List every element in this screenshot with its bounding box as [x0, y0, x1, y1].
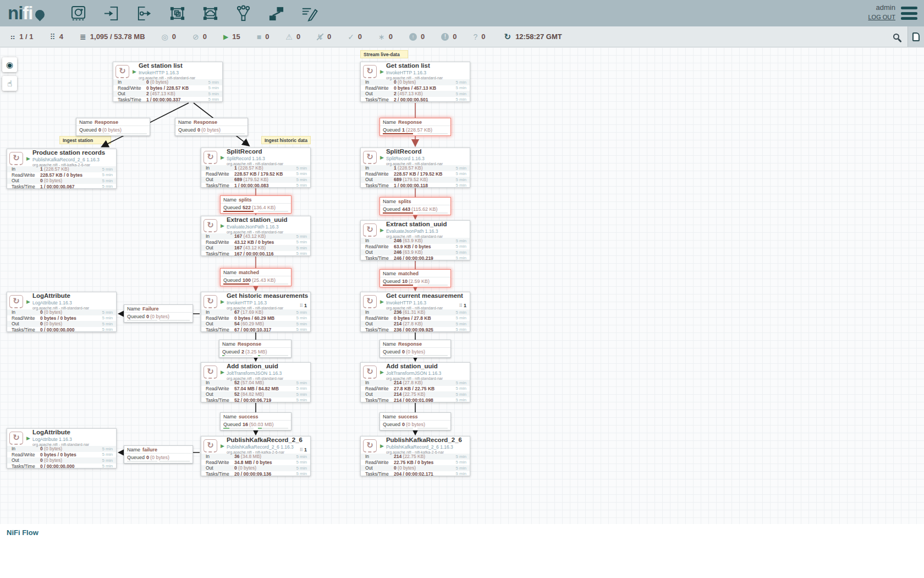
stat-value: 1 / 00:00:00.067	[40, 184, 100, 189]
hand-tool-button[interactable]: ☝	[2, 76, 17, 91]
funnel-icon[interactable]	[234, 3, 254, 23]
processor-node[interactable]: ↻▶Add station_uuidJoltTransformJSON 1.16…	[201, 362, 311, 402]
processor-titles: LogAttributeLogAttribute 1.16.3org.apach…	[32, 429, 89, 446]
stat-time-window: 5 min	[208, 80, 219, 85]
connection-label[interactable]: NameResponseQueued0(0 bytes)	[175, 118, 248, 136]
stat-label: Read/Write	[206, 460, 234, 465]
processor-titles: Extract station_uuidEvaluateJsonPath 1.1…	[227, 217, 288, 234]
processor-titles: Get station listInvokeHTTP 1.16.3org.apa…	[139, 63, 195, 80]
flow-label[interactable]: Stream live-data	[360, 50, 408, 58]
birdseye-button[interactable]: ◉	[2, 57, 17, 72]
flow-label[interactable]: Ingest station records	[59, 136, 111, 144]
flow-label[interactable]: Ingest historic data	[261, 136, 311, 144]
connection-label[interactable]: NamematchedQueued100(25.43 KB)	[220, 268, 292, 286]
backpressure-bar	[383, 285, 413, 286]
backpressure-bar	[417, 355, 448, 356]
running-status-icon: ▶	[380, 227, 384, 233]
stat-time-window: 5 min	[455, 238, 466, 243]
processor-titles: Extract station_uuidEvaluateJsonPath 1.1…	[386, 221, 447, 238]
connection-label[interactable]: NamesplitsQueued522(136.4 KB)	[220, 195, 292, 214]
processor-type: InvokeHTTP 1.16.3	[227, 301, 308, 306]
output-port-icon[interactable]	[135, 3, 155, 23]
new-template-button[interactable]	[908, 26, 924, 47]
processor-type-icon: ↻	[363, 366, 377, 379]
nifi-droplet-icon	[33, 8, 46, 21]
processor-header: ↻▶Get current measurementInvokeHTTP 1.16…	[361, 292, 470, 309]
name-label: Name	[383, 119, 396, 125]
running-status-icon: ▶	[380, 155, 384, 160]
flow-canvas[interactable]: ◉ ☝ Ingest station recordsIngest histori…	[0, 47, 924, 524]
label-icon[interactable]	[300, 3, 320, 23]
processor-icon[interactable]	[69, 3, 89, 23]
name-label: Name	[223, 414, 237, 419]
connection-name-row: NameResponse	[380, 340, 450, 348]
processor-node[interactable]: ↻▶SplitRecordSplitRecord 1.16.3org.apach…	[201, 148, 311, 188]
processor-node[interactable]: ↻▶PublishKafkaRecord_2_6PublishKafkaReco…	[360, 436, 470, 476]
stat-time-window: 5 min	[208, 97, 219, 102]
refresh-icon[interactable]: ↻	[504, 32, 512, 42]
processor-node[interactable]: ↻▶Get station listInvokeHTTP 1.16.3org.a…	[360, 62, 470, 102]
processor-node[interactable]: ↻▶Produce station recordsPublishKafkaRec…	[7, 149, 117, 189]
stat-row: Out214 (22.75 KB)5 min	[361, 391, 470, 397]
process-group-icon[interactable]	[168, 3, 188, 23]
document-icon	[912, 32, 920, 41]
connection-label[interactable]: NameResponseQueued2(3.25 MB)	[219, 340, 292, 358]
stat-row: In214 (27.8 KB)5 min	[361, 380, 470, 386]
processor-node[interactable]: ↻▶LogAttributeLogAttribute 1.16.3org.apa…	[7, 428, 117, 468]
connection-label[interactable]: NameResponseQueued0(0 bytes)	[380, 340, 451, 358]
search-button[interactable]	[884, 26, 908, 47]
queued-count: 100	[243, 277, 251, 283]
connection-label[interactable]: NamefailureQueued0(0 bytes)	[124, 445, 193, 464]
processor-node[interactable]: ↻▶LogAttributeLogAttribute 1.16.3org.apa…	[7, 292, 117, 332]
last-refresh-time: 12:58:27 GMT	[515, 32, 562, 41]
global-menu-icon[interactable]	[901, 7, 917, 20]
processor-bundle: org.apache.nifi - nifi-kafka-2-6-nar	[32, 163, 105, 167]
processor-titles: Get current measurementInvokeHTTP 1.16.3…	[386, 293, 463, 310]
connection-label[interactable]: NameResponseQueued1(228.57 KB)	[380, 118, 451, 136]
processor-node[interactable]: ↻▶Add station_uuidJoltTransformJSON 1.16…	[360, 362, 470, 402]
processor-stats: In214 (22.75 KB)5 minRead/Write22.75 KB …	[361, 454, 470, 477]
processor-node[interactable]: ↻▶Extract station_uuidEvaluateJsonPath 1…	[360, 220, 470, 260]
backpressure-fill	[222, 355, 224, 356]
stat-label: In	[206, 165, 234, 171]
processor-node[interactable]: ↻▶PublishKafkaRecord_2_6PublishKafkaReco…	[201, 436, 311, 476]
connection-label[interactable]: NamesplitsQueued443(115.62 KB)	[380, 197, 451, 215]
birdseye-icon: ◉	[6, 60, 13, 70]
stat-value: 246 (63.9 KB)	[394, 249, 453, 255]
breadcrumb[interactable]: NiFi Flow	[0, 524, 38, 537]
processor-name: Extract station_uuid	[386, 221, 447, 228]
connection-label[interactable]: NamematchedQueued10(2.59 KB)	[380, 269, 451, 287]
stat-value: 236 / 00:00:09.925	[394, 327, 453, 332]
processor-name: Extract station_uuid	[227, 217, 288, 223]
connection-label[interactable]: NameResponseQueued0(0 bytes)	[76, 118, 150, 136]
remote-process-group-icon[interactable]	[201, 3, 221, 23]
stat-label: Out	[206, 177, 234, 182]
processor-node[interactable]: ↻▶Get historic measurementsInvokeHTTP 1.…	[201, 292, 311, 332]
stat-label: Out	[12, 178, 40, 183]
processor-node[interactable]: ↻▶Extract station_uuidEvaluateJsonPath 1…	[201, 216, 311, 256]
name-label: Name	[383, 414, 396, 419]
status-item-threads: ⠿4	[50, 32, 64, 41]
status-item-remote-not-transmitting: ⊘0	[193, 32, 207, 41]
stat-value: 54 (60.29 MB)	[234, 321, 294, 326]
processor-bundle: org.apache.nifi - nifi-kafka-2-6-nar	[386, 450, 462, 454]
connection-label[interactable]: NameFailureQueued0(0 bytes)	[124, 304, 193, 323]
template-icon[interactable]	[267, 3, 287, 23]
processor-titles: PublishKafkaRecord_2_6PublishKafkaRecord…	[227, 437, 302, 454]
processor-type-icon: ↻	[204, 295, 217, 308]
input-port-icon[interactable]	[102, 3, 122, 23]
connection-label[interactable]: NamesuccessQueued16(50.03 MB)	[220, 412, 292, 430]
processor-name: LogAttribute	[32, 293, 89, 299]
processor-node[interactable]: ↻▶Get station listInvokeHTTP 1.16.3org.a…	[113, 62, 223, 102]
logout-link[interactable]: LOG OUT	[868, 13, 895, 21]
stat-time-window: 5 min	[296, 234, 307, 239]
processor-node[interactable]: ↻▶SplitRecordSplitRecord 1.16.3org.apach…	[360, 148, 470, 188]
stat-value: 57.04 MB / 84.82 MB	[234, 386, 294, 391]
processor-header: ↻▶SplitRecordSplitRecord 1.16.3org.apach…	[361, 148, 470, 165]
stat-label: Tasks/Time	[12, 184, 40, 189]
processor-node[interactable]: ↻▶Get current measurementInvokeHTTP 1.16…	[360, 292, 470, 332]
connection-queued-row: Queued2(3.25 MB)	[219, 348, 291, 357]
connection-label[interactable]: NamesuccessQueued0(0 bytes)	[380, 412, 451, 430]
running-status-icon: ▶	[221, 155, 224, 160]
relationship-name: splits	[239, 197, 252, 203]
